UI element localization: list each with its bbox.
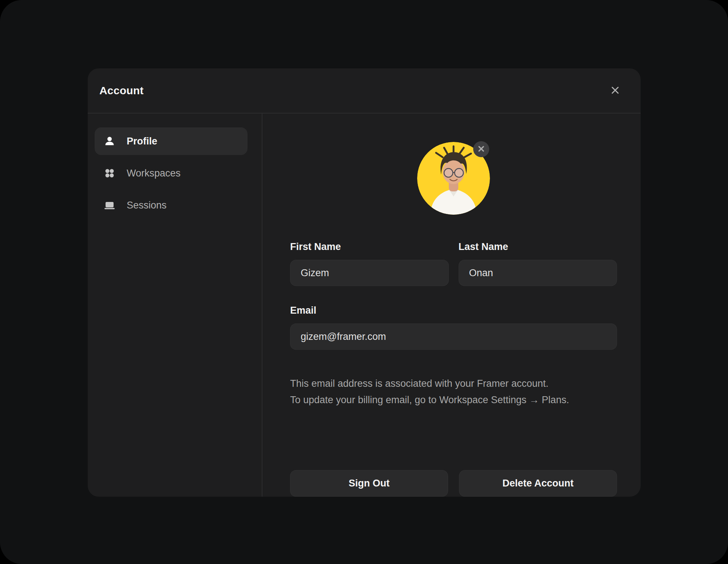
laptop-icon (103, 199, 116, 211)
profile-panel: First Name Last Name Email This email ad… (262, 114, 641, 497)
modal-body: Profile Workspaces (88, 114, 641, 497)
close-icon (610, 86, 620, 96)
sidebar-item-profile[interactable]: Profile (95, 127, 248, 155)
account-settings-modal: Account Profile (88, 68, 641, 497)
name-fields-row: First Name Last Name (290, 241, 617, 286)
sidebar-item-label: Workspaces (127, 168, 181, 179)
grid-icon (103, 167, 116, 179)
close-modal-button[interactable] (607, 83, 623, 99)
avatar (417, 142, 490, 215)
email-help-line-2: To update your billing email, go to Work… (290, 392, 617, 408)
delete-account-button[interactable]: Delete Account (459, 470, 617, 497)
app-background: Account Profile (0, 0, 728, 564)
last-name-input[interactable] (459, 260, 617, 286)
remove-avatar-button[interactable] (473, 141, 489, 157)
modal-title: Account (99, 84, 143, 97)
email-label: Email (290, 305, 617, 316)
sidebar-item-label: Profile (127, 136, 157, 147)
sidebar-item-sessions[interactable]: Sessions (95, 191, 248, 219)
first-name-label: First Name (290, 241, 449, 253)
email-field-group: Email (290, 305, 617, 364)
sign-out-button[interactable]: Sign Out (290, 470, 448, 497)
email-help-text: This email address is associated with yo… (290, 376, 617, 408)
email-help-line-1: This email address is associated with yo… (290, 376, 617, 392)
first-name-input[interactable] (290, 260, 449, 286)
last-name-field-group: Last Name (459, 241, 617, 286)
email-input[interactable] (290, 323, 617, 350)
last-name-label: Last Name (459, 241, 617, 253)
account-actions-row: Sign Out Delete Account (290, 470, 617, 497)
settings-sidebar: Profile Workspaces (88, 114, 262, 497)
first-name-field-group: First Name (290, 241, 449, 286)
sidebar-item-label: Sessions (127, 200, 167, 211)
sidebar-item-workspaces[interactable]: Workspaces (95, 159, 248, 187)
remove-avatar-icon (478, 145, 485, 154)
person-icon (103, 135, 116, 147)
modal-header: Account (88, 68, 641, 114)
